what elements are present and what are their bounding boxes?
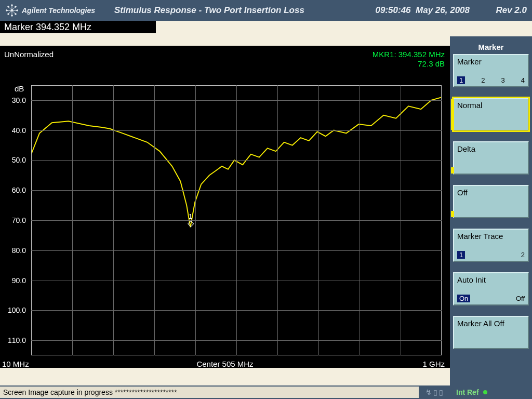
clock: 09:50:46 May 26, 2008 [350,5,470,16]
reference-status: Int Ref [450,388,532,396]
svg-point-5 [8,14,9,15]
status-dot-icon [483,390,487,394]
x-center-label: Center 505 MHz [0,360,450,368]
softkey-label: Delta [457,144,475,153]
y-tick-label: 90.0 [3,276,26,285]
softkey-menu: Marker Marker 1234 Normal Delta Off Mark… [450,36,532,385]
softkey-marker-trace[interactable]: Marker Trace 12 [453,229,529,262]
status-icons: ↯ ▯ ▯ [419,388,450,396]
svg-point-15 [17,10,18,11]
softkey-option[interactable]: On [457,295,470,302]
active-entry-value: Marker 394.352 MHz [0,21,156,33]
title-bar: Agilent Technologies Stimulus Response -… [0,0,532,21]
page-title: Stimulus Response - Two Port Insertion L… [109,5,350,16]
chart-grid[interactable]: 30.040.050.060.070.080.090.0100.0110.01◇ [31,85,442,355]
marker-1[interactable]: 1◇ [188,214,194,227]
link-icon: ↯ [425,388,432,396]
agilent-spark-icon [5,4,19,17]
softkey-option[interactable]: 1 [457,251,465,259]
softkey-options: 1234 [457,76,525,84]
softkey-marker-all-off[interactable]: Marker All Off [453,316,529,349]
softkey-delta[interactable]: Delta [453,141,529,175]
softkey-option[interactable]: 1 [457,76,465,84]
y-tick-label: 40.0 [3,126,26,135]
softkey-off[interactable]: Off [453,185,529,218]
softkey-option[interactable]: Off [516,295,525,302]
svg-line-6 [9,11,11,14]
status-message: Screen Image capture in progress *******… [0,387,419,398]
brand-logo: Agilent Technologies [5,4,109,17]
softkey-menu-title: Marker [450,36,532,52]
softkey-option[interactable]: 2 [521,251,525,259]
revision-label: Rev 2.0 [470,5,527,16]
softkey-label: Marker All Off [457,319,504,328]
softkey-normal[interactable]: Normal [453,98,529,131]
y-tick-label: 100.0 [3,306,26,314]
svg-line-2 [9,7,11,10]
softkey-option[interactable]: 4 [521,76,525,84]
y-tick-label: 60.0 [3,186,26,194]
svg-point-3 [15,6,17,8]
softkey-options: OnOff [457,295,525,302]
brand-text: Agilent Technologies [22,6,95,15]
softkey-marker[interactable]: Marker 1234 [453,54,529,87]
softkey-option[interactable]: 2 [481,76,485,84]
svg-line-4 [12,7,15,10]
softkey-label: Auto Init [457,275,486,284]
battery-icon: ▯ [439,388,443,396]
svg-line-8 [12,11,15,14]
y-tick-label: 30.0 [3,96,26,104]
softkey-auto-init[interactable]: Auto Init OnOff [453,272,529,305]
marker-readout-freq: MKR1: 394.352 MHz [373,50,445,59]
battery-icon: ▯ [433,388,437,396]
softkey-label: Marker [457,57,482,66]
status-bar: Screen Image capture in progress *******… [0,385,532,399]
plot-area[interactable]: UnNormalized dB MKR1: 394.352 MHz 72.3 d… [0,36,450,385]
svg-point-11 [11,15,13,17]
softkey-label: Off [457,188,468,197]
softkey-options: 12 [457,251,525,259]
softkey-option[interactable]: 3 [501,76,505,84]
y-tick-label: 50.0 [3,156,26,164]
y-tick-label: 110.0 [3,336,26,344]
y-tick-label: 70.0 [3,216,26,224]
svg-point-9 [11,5,13,6]
softkey-label: Marker Trace [457,232,503,241]
y-axis-unit: dB [15,84,24,93]
entry-bar: Marker 394.352 MHz [0,21,532,36]
svg-point-7 [15,14,17,15]
softkey-label: Normal [457,101,482,110]
x-stop-label: 1 GHz [422,360,445,368]
normalization-label: UnNormalized [4,50,54,59]
marker-readout-amp: 72.3 dB [418,59,445,68]
svg-point-1 [8,6,9,8]
svg-point-13 [6,10,8,11]
y-tick-label: 80.0 [3,246,26,255]
